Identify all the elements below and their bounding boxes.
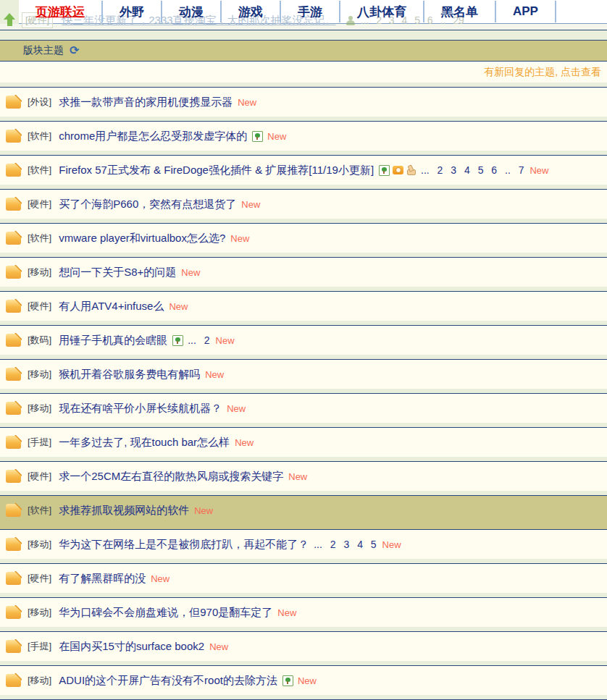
thread-title[interactable]: 华为口碑会不会崩盘难说，但970是翻车定了 [59,606,272,620]
thread-category[interactable]: [移动] [28,674,51,687]
new-post-badge[interactable]: New [277,607,296,618]
thread-row: [移动] 现在还有啥平价小屏长续航机器？ New [0,394,607,423]
thread-title[interactable]: 现在还有啥平价小屏长续航机器？ [59,402,222,416]
new-post-badge[interactable]: New [181,267,200,278]
thread-title[interactable]: 在国内买15寸的surface book2 [59,640,204,654]
nav-item-label: 动漫 [179,4,204,20]
nav-item[interactable]: 动漫 [162,1,222,22]
thread-block: [移动] ADUI的这个开屏广告有没有不root的去除方法 New [0,666,607,700]
thread-title[interactable]: 求推一款带声音的家用机便携显示器 [59,96,233,109]
thread-title[interactable]: 一年多过去了, 现在touch bar怎么样 [59,436,230,450]
new-post-badge[interactable]: New [216,335,235,346]
new-post-badge[interactable]: New [267,131,286,142]
thread-category[interactable]: [硬件] [28,572,51,585]
thread-title[interactable]: 求推荐抓取视频网站的软件 [59,504,189,518]
thread-block: [软件] chrome用户都是怎么忍受那发虚字体的 New [0,122,607,156]
pinned-top-arrow-icon [3,12,16,28]
new-post-badge[interactable]: New [241,199,260,210]
thread-category[interactable]: [软件] [28,130,51,143]
thread-attachment-icons [252,131,263,142]
thread-title[interactable]: 用锤子手机真的会瞎眼 [59,334,167,347]
new-post-badge[interactable]: New [230,233,249,244]
thread-pagination[interactable]: ... 2 3 4 5 6 .. 7 [421,164,524,176]
thread-category[interactable]: [移动] [28,266,51,279]
nav-item[interactable]: 手游 [281,1,340,22]
new-post-badge[interactable]: New [298,675,317,686]
new-post-badge[interactable]: New [382,539,401,550]
thread-block: [移动] 华为口碑会不会崩盘难说，但970是翻车定了 New [0,598,607,632]
new-post-badge[interactable]: New [238,97,256,108]
row-separator [0,321,607,326]
folder-icon [6,436,21,449]
nav-item-label: 八卦体育 [357,4,406,20]
new-post-badge[interactable]: New [288,471,307,482]
new-post-badge[interactable]: New [169,301,188,312]
thread-block: [移动] 华为这下在网络上是不是被彻底打趴，再起不能了？ ... 2 3 4 5… [0,530,607,564]
thread-category[interactable]: [软件] [28,504,51,517]
thread-title[interactable]: 有了解黑群晖的没 [59,572,146,586]
thread-category[interactable]: [数码] [28,334,51,347]
nav-item[interactable]: 游戏 [222,1,281,22]
thread-category[interactable]: [移动] [28,538,51,551]
thread-row: [手提] 一年多过去了, 现在touch bar怎么样 New [0,428,607,457]
thread-title[interactable]: vmware player和virtualbox怎么选? [59,232,225,245]
thread-title[interactable]: 猴机开着谷歌服务费电有解吗 [59,368,200,381]
nav-item-label: 黑名单 [441,4,478,20]
new-replies-notice-link[interactable]: 有新回复的主题, 点击查看 [484,66,601,79]
thread-category[interactable]: [移动] [28,402,51,415]
thread-category[interactable]: [硬件] [28,300,51,313]
thread-row: [软件] Firefox 57正式发布 & FireDoge强化插件 & 扩展推… [0,156,607,185]
row-separator [0,219,607,224]
thread-pagination[interactable]: ... 2 [188,334,209,346]
thread-title[interactable]: 买了个海韵P660，突然有点想退货了 [59,198,236,211]
thread-attachment-icons [282,675,293,686]
thread-title[interactable]: chrome用户都是怎么忍受那发虚字体的 [59,130,247,143]
thread-row: [软件] 求推荐抓取视频网站的软件 New [0,496,607,525]
new-post-badge[interactable]: New [194,505,213,516]
refresh-icon[interactable]: ⟳ [70,45,79,56]
new-post-badge[interactable]: New [209,641,228,652]
thread-title[interactable]: 想问一下关于S8+的问题 [59,266,176,279]
new-post-badge[interactable]: New [205,369,224,380]
thread-row: [移动] ADUI的这个开屏广告有没有不root的去除方法 New [0,666,607,695]
thread-title[interactable]: ADUI的这个开屏广告有没有不root的去除方法 [59,674,277,688]
thread-title[interactable]: 求一个25CM左右直径的散热风扇或搜索关键字 [59,470,283,484]
thread-category[interactable]: [手提] [28,436,51,449]
row-separator [0,151,607,156]
row-separator [0,593,607,598]
new-post-badge[interactable]: New [235,437,254,448]
new-post-badge[interactable]: New [529,165,548,176]
thread-category[interactable]: [硬件] [28,198,51,211]
thread-category[interactable]: [手提] [28,640,51,653]
new-post-badge[interactable]: New [151,573,169,584]
thread-block: [数码] 用锤子手机真的会瞎眼 ... 2 New [0,326,607,360]
thread-attachment-icons [379,165,416,176]
thread-row: [硬件] 有人用ATV4+infuse么 New [0,292,607,321]
row-separator [0,423,607,428]
thread-category[interactable]: [软件] [28,232,51,245]
thread-category[interactable]: [移动] [28,368,51,381]
folder-icon [6,368,21,381]
folder-icon [6,640,21,653]
thread-category[interactable]: [外设] [28,96,51,109]
nav-item-label: APP [513,4,538,19]
new-post-badge[interactable]: New [227,403,246,414]
nav-item[interactable]: 黑名单 [424,1,496,22]
row-separator [0,559,607,564]
thread-block: [软件] 求推荐抓取视频网站的软件 New [0,496,607,530]
image-attachment-icon [282,675,293,686]
thread-category[interactable]: [移动] [28,606,51,619]
thread-title[interactable]: Firefox 57正式发布 & FireDoge强化插件 & 扩展推荐[11/… [59,164,374,177]
thumbs-up-icon [406,165,416,175]
nav-item[interactable]: 页游联运 [19,1,103,22]
folder-icon [6,402,21,415]
nav-item[interactable]: 八卦体育 [340,1,424,22]
nav-item[interactable]: 外野 [103,1,162,22]
thread-title[interactable]: 华为这下在网络上是不是被彻底打趴，再起不能了？ [59,538,309,552]
thread-category[interactable]: [硬件] [28,470,51,483]
thread-category[interactable]: [软件] [28,164,51,177]
thread-title[interactable]: 有人用ATV4+infuse么 [59,300,164,313]
nav-item-label: 游戏 [238,4,263,20]
thread-pagination[interactable]: ... 2 3 4 5 [314,539,376,550]
nav-item[interactable]: APP [496,1,556,22]
